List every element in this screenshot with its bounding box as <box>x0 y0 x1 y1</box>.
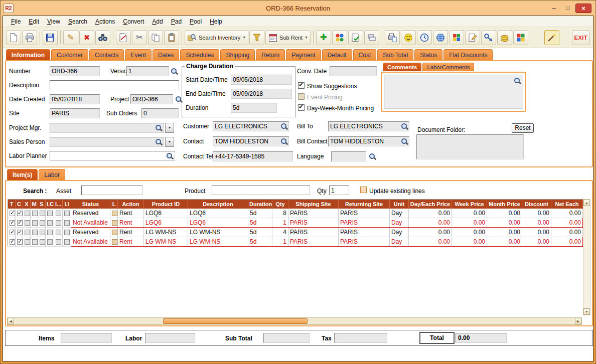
cell-week-price[interactable]: 0.00 <box>452 209 487 218</box>
m-checkbox[interactable] <box>32 230 38 235</box>
ic-checkbox[interactable] <box>47 220 53 226</box>
sales-person-dropdown[interactable]: ▼ <box>165 137 174 147</box>
cell-c[interactable] <box>16 218 23 228</box>
cell-week-price[interactable]: 0.00 <box>452 228 487 237</box>
version-field[interactable] <box>126 66 169 76</box>
cell-ic[interactable] <box>46 218 54 228</box>
column-header-ii[interactable]: I.I <box>63 200 71 209</box>
tab-contacts[interactable]: Contacts <box>89 49 124 60</box>
cell-unit[interactable]: Day <box>390 218 409 228</box>
cell-duration[interactable]: 5d <box>248 209 272 218</box>
sub-rent-button[interactable]: Sub Rent▼ <box>265 30 311 45</box>
cell-net-each[interactable]: 0.00 <box>551 209 583 218</box>
column-header-month-price[interactable]: Month Price <box>487 200 522 209</box>
scroll-right-arrow[interactable]: ▶ <box>575 318 581 324</box>
column-header-unit[interactable]: Unit <box>390 200 409 209</box>
qty-field[interactable] <box>329 186 349 195</box>
cell-qty[interactable]: 8 <box>272 209 288 218</box>
close-button[interactable]: × <box>575 4 591 13</box>
cell-day-each-price[interactable]: 0.00 <box>409 228 452 237</box>
permissions-button[interactable] <box>481 30 496 45</box>
cell-ic[interactable] <box>46 237 54 247</box>
tab-default[interactable]: Default <box>322 49 352 60</box>
event-pricing-checkbox[interactable] <box>298 93 305 100</box>
cell-product-id[interactable]: LG WM-NS <box>144 228 188 237</box>
update-existing-lines-checkbox[interactable] <box>360 187 367 193</box>
find-button[interactable] <box>95 30 110 45</box>
s-checkbox[interactable] <box>40 220 45 226</box>
tab-return[interactable]: Return <box>256 49 285 60</box>
exit-button[interactable]: EXIT <box>572 30 590 45</box>
tab-shipping[interactable]: Shipping <box>220 49 255 60</box>
cell-l[interactable] <box>110 218 118 228</box>
new-button[interactable] <box>6 30 21 45</box>
labor-planner-search-icon[interactable] <box>166 152 174 160</box>
l-checkbox[interactable] <box>112 220 117 226</box>
cell-month-price[interactable]: 0.00 <box>487 218 522 228</box>
cell-unit[interactable]: Day <box>390 237 409 247</box>
cell-s[interactable] <box>38 237 46 247</box>
menu-item-search[interactable]: Search <box>64 17 91 26</box>
inventory-cube-button[interactable] <box>449 30 464 45</box>
x-checkbox[interactable] <box>25 230 30 235</box>
cell-ii[interactable] <box>63 218 71 228</box>
cell-month-price[interactable]: 0.00 <box>487 237 522 247</box>
edit-button[interactable]: ✎ <box>63 30 78 45</box>
cell-idot[interactable] <box>54 218 63 228</box>
column-header-l[interactable]: L <box>110 200 118 209</box>
cell-l[interactable] <box>110 209 118 218</box>
cell-status[interactable]: Reserved <box>71 228 110 237</box>
save-button[interactable] <box>43 30 58 45</box>
menu-item-view[interactable]: View <box>43 17 64 26</box>
search-inventory-dropdown-arrow[interactable]: ▼ <box>242 36 246 39</box>
cell-x[interactable] <box>23 209 31 218</box>
cut-line-button[interactable] <box>116 30 131 45</box>
menu-item-add[interactable]: Add <box>148 17 167 26</box>
menu-item-pool[interactable]: Pool <box>186 17 206 26</box>
idot-checkbox[interactable] <box>56 239 61 245</box>
cell-t[interactable] <box>8 237 16 247</box>
menu-item-pad[interactable]: Pad <box>167 17 186 26</box>
minimize-button[interactable]: – <box>547 4 560 13</box>
print-button[interactable] <box>22 30 37 45</box>
cell-qty[interactable]: 1 <box>272 218 288 228</box>
cell-qty[interactable]: 4 <box>272 228 288 237</box>
scroll-down-arrow[interactable]: ▼ <box>583 308 590 315</box>
column-header-day-each-price[interactable]: Day/Each Price <box>409 200 452 209</box>
cell-shipping-site[interactable]: PARIS <box>288 237 339 247</box>
column-header-week-price[interactable]: Week Price <box>452 200 487 209</box>
start-date-field[interactable] <box>231 75 292 85</box>
sub-rent-dropdown-arrow[interactable]: ▼ <box>304 36 308 39</box>
x-checkbox[interactable] <box>25 220 30 226</box>
ic-checkbox[interactable] <box>47 211 53 216</box>
column-header-status[interactable]: Status <box>71 200 110 209</box>
project-mgr-field[interactable] <box>50 123 164 133</box>
contact-tel-field[interactable] <box>213 151 293 161</box>
menu-item-convert[interactable]: Convert <box>119 17 148 26</box>
cell-discount[interactable]: 0.00 <box>522 228 551 237</box>
comments-textarea[interactable] <box>384 75 523 109</box>
cell-description[interactable]: LG WM-NS <box>188 237 248 247</box>
tab-dates[interactable]: Dates <box>153 49 179 60</box>
tab-cost[interactable]: Cost <box>353 49 377 60</box>
bill-contact-field[interactable] <box>328 136 409 146</box>
cell-action[interactable]: Rent <box>118 209 144 218</box>
site-field[interactable] <box>50 108 100 118</box>
s-checkbox[interactable] <box>40 239 45 245</box>
idot-checkbox[interactable] <box>56 220 61 226</box>
cell-status[interactable]: Not Available <box>71 237 110 247</box>
cell-ii[interactable] <box>63 228 71 237</box>
customer-field[interactable] <box>213 121 289 131</box>
menu-item-help[interactable]: Help <box>206 17 226 26</box>
search-inventory-button[interactable]: Search Inventory▼ <box>185 30 248 45</box>
cell-l[interactable] <box>110 237 118 247</box>
cell-qty[interactable]: 1 <box>272 237 288 247</box>
contact-field[interactable] <box>213 136 289 146</box>
column-header-net-each[interactable]: Net Each <box>551 200 583 209</box>
tab-sub-total[interactable]: Sub Total <box>377 49 413 60</box>
bill-to-field[interactable] <box>328 121 409 131</box>
column-header-c[interactable]: C <box>16 200 23 209</box>
cell-c[interactable] <box>16 228 23 237</box>
show-suggestions-checkbox[interactable] <box>298 82 305 89</box>
column-header-description[interactable]: Description <box>188 200 248 209</box>
